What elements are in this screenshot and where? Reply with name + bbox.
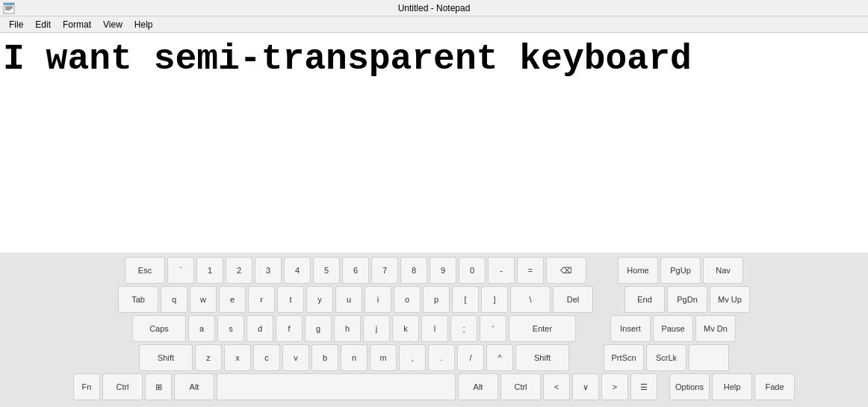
menu-file[interactable]: File [3,18,29,31]
key-rbracket[interactable]: ] [481,286,508,313]
key-r[interactable]: r [248,286,275,313]
key-s[interactable]: s [217,315,244,342]
key-a[interactable]: a [188,315,215,342]
key-lbracket[interactable]: [ [452,286,479,313]
kb-row-3: Caps a s d f g h j k l ; ' Enter Insert … [6,315,862,342]
key-insert[interactable]: Insert [610,315,651,342]
key-g[interactable]: g [305,315,332,342]
key-x[interactable]: x [224,344,251,371]
key-menu[interactable]: ☰ [630,373,657,400]
app-icon [3,2,15,14]
key-3[interactable]: 3 [255,257,282,284]
menu-view[interactable]: View [97,18,128,31]
key-backspace[interactable]: ⌫ [546,257,586,284]
menu-bar: File Edit Format View Help [0,16,868,33]
key-prtscn[interactable]: PrtScn [604,344,644,371]
menu-edit[interactable]: Edit [29,18,57,31]
key-6[interactable]: 6 [342,257,369,284]
key-b[interactable]: b [311,344,338,371]
key-options[interactable]: Options [669,373,710,400]
key-w[interactable]: w [190,286,217,313]
key-pgup[interactable]: PgUp [660,257,701,284]
key-9[interactable]: 9 [430,257,456,284]
svg-rect-1 [4,3,14,5]
key-ctrl-right[interactable]: Ctrl [500,373,541,400]
key-slash[interactable]: / [457,344,484,371]
key-i[interactable]: i [365,286,391,313]
key-nav[interactable]: Nav [703,257,743,284]
key-z[interactable]: z [195,344,222,371]
key-home[interactable]: Home [618,257,658,284]
key-equals[interactable]: = [517,257,544,284]
key-ctrl-left[interactable]: Ctrl [102,373,143,400]
key-quote[interactable]: ' [480,315,506,342]
key-fn[interactable]: Fn [73,373,100,400]
key-n[interactable]: n [341,344,368,371]
key-mvdn[interactable]: Mv Dn [695,315,736,342]
key-c[interactable]: c [253,344,280,371]
key-right[interactable]: > [601,373,628,400]
key-5[interactable]: 5 [313,257,340,284]
key-mvup[interactable]: Mv Up [710,286,750,313]
key-q[interactable]: q [161,286,187,313]
key-m[interactable]: m [370,344,397,371]
key-pause[interactable]: Pause [653,315,693,342]
key-j[interactable]: j [363,315,390,342]
key-backtick[interactable]: ` [167,257,194,284]
key-l[interactable]: l [421,315,448,342]
key-f[interactable]: f [276,315,303,342]
key-alt-right[interactable]: Alt [458,373,498,400]
editor-area[interactable]: I want semi-transparent keyboard Esc ` 1… [0,33,868,407]
key-down[interactable]: ∨ [572,373,599,400]
key-fade[interactable]: Fade [754,373,795,400]
key-h[interactable]: h [334,315,361,342]
key-0[interactable]: 0 [459,257,486,284]
key-esc[interactable]: Esc [125,257,165,284]
key-d[interactable]: d [247,315,273,342]
key-space[interactable] [217,373,456,400]
key-p[interactable]: p [423,286,450,313]
menu-help[interactable]: Help [128,18,159,31]
key-y[interactable]: y [306,286,333,313]
key-backslash[interactable]: \ [510,286,551,313]
key-gap2 [595,286,622,313]
key-u[interactable]: u [335,286,362,313]
key-extra[interactable] [689,344,729,371]
key-shift-left[interactable]: Shift [139,344,193,371]
key-left[interactable]: < [543,373,570,400]
virtual-keyboard: Esc ` 1 2 3 4 5 6 7 8 9 0 - = ⌫ Home PgU… [0,252,868,407]
key-2[interactable]: 2 [226,257,252,284]
key-enter[interactable]: Enter [509,315,576,342]
kb-row-5: Fn Ctrl ⊞ Alt Alt Ctrl < ∨ > ☰ Options H… [6,373,862,400]
key-v[interactable]: v [282,344,309,371]
key-1[interactable]: 1 [196,257,223,284]
kb-row-2: Tab q w e r t y u i o p [ ] \ Del End Pg… [6,286,862,313]
key-tab[interactable]: Tab [118,286,158,313]
title-text: Untitled - Notepad [398,3,471,13]
key-alt-left[interactable]: Alt [174,373,214,400]
key-o[interactable]: o [394,286,421,313]
key-period[interactable]: . [428,344,455,371]
key-comma[interactable]: , [399,344,426,371]
key-t[interactable]: t [277,286,304,313]
key-semicolon[interactable]: ; [450,315,477,342]
key-gap1 [589,257,616,284]
menu-format[interactable]: Format [57,18,97,31]
key-caret[interactable]: ^ [486,344,513,371]
key-del[interactable]: Del [553,286,593,313]
key-gap4 [571,344,601,371]
key-end[interactable]: End [624,286,665,313]
key-help[interactable]: Help [712,373,752,400]
key-7[interactable]: 7 [371,257,398,284]
key-caps[interactable]: Caps [132,315,186,342]
key-k[interactable]: k [392,315,419,342]
key-minus[interactable]: - [488,257,515,284]
key-win[interactable]: ⊞ [145,373,172,400]
key-e[interactable]: e [219,286,246,313]
key-4[interactable]: 4 [284,257,311,284]
key-pgdn[interactable]: PgDn [667,286,707,313]
key-8[interactable]: 8 [400,257,427,284]
key-gap3 [578,315,608,342]
key-shift-right[interactable]: Shift [515,344,569,371]
key-scrlk[interactable]: ScrLk [646,344,686,371]
